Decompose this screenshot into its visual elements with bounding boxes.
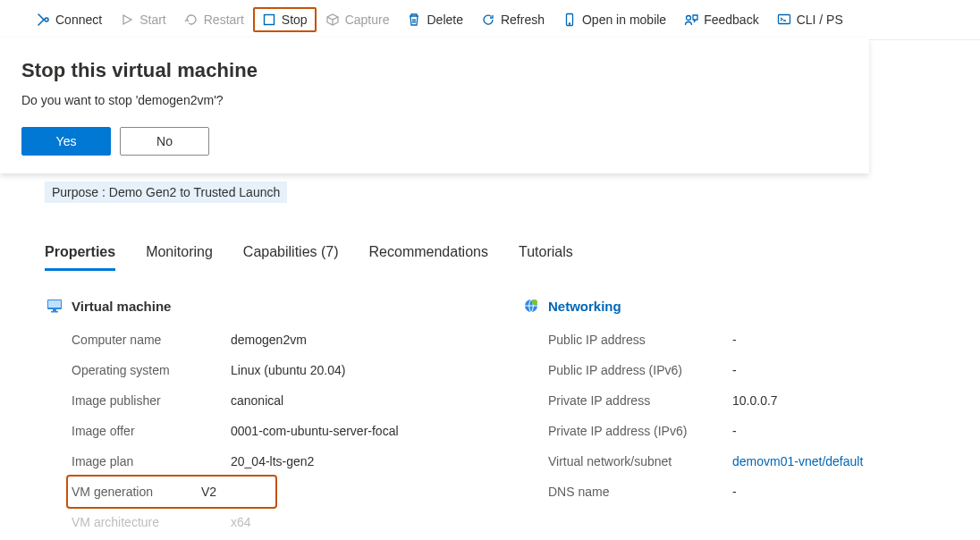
yes-button[interactable]: Yes [21, 127, 111, 156]
prop-row-computer-name: Computer name demogen2vm [72, 325, 468, 355]
prop-label: VM architecture [72, 515, 231, 529]
prop-value: - [732, 424, 737, 438]
prop-row-public-ip: Public IP address - [548, 325, 944, 355]
prop-value: Linux (ubuntu 20.04) [231, 363, 345, 377]
prop-value: demogen2vm [231, 333, 307, 347]
start-label: Start [139, 13, 166, 27]
dialog-message: Do you want to stop 'demogen2vm'? [21, 93, 848, 107]
svg-point-4 [687, 16, 691, 21]
prop-label: VM generation [72, 485, 201, 499]
prop-row-private-ip6: Private IP address (IPv6) - [548, 416, 944, 446]
prop-value: x64 [231, 515, 251, 529]
networking-rows: Public IP address - Public IP address (I… [521, 325, 944, 507]
tab-recommendations[interactable]: Recommendations [369, 237, 488, 271]
tab-capabilities[interactable]: Capabilities (7) [243, 237, 339, 271]
command-toolbar: Connect Start Restart Stop Capture Delet… [0, 0, 980, 40]
prop-label: Image offer [72, 424, 231, 438]
prop-value: 10.0.0.7 [732, 393, 778, 408]
prop-label: Private IP address (IPv6) [548, 424, 732, 438]
stop-vm-dialog: Stop this virtual machine Do you want to… [0, 38, 869, 173]
prop-value: V2 [201, 485, 216, 499]
svg-rect-1 [264, 15, 274, 25]
dialog-buttons: Yes No [21, 127, 848, 156]
vm-rows: Computer name demogen2vm Operating syste… [45, 325, 468, 537]
open-mobile-label: Open in mobile [582, 13, 666, 27]
tab-properties[interactable]: Properties [45, 237, 115, 271]
prop-row-dns-name: DNS name - [548, 477, 944, 507]
prop-row-offer: Image offer 0001-com-ubuntu-server-focal [72, 416, 468, 446]
mobile-icon [562, 13, 577, 27]
prop-value: - [732, 485, 737, 499]
prop-value: 0001-com-ubuntu-server-focal [231, 424, 399, 438]
cli-ps-label: CLI / PS [797, 13, 843, 27]
svg-rect-5 [778, 15, 790, 24]
prop-label: Private IP address [548, 393, 732, 408]
vm-icon [46, 298, 63, 314]
tab-monitoring[interactable]: Monitoring [146, 237, 213, 271]
feedback-label: Feedback [704, 13, 758, 27]
dialog-title: Stop this virtual machine [21, 59, 848, 82]
stop-button[interactable]: Stop [253, 7, 317, 32]
restart-icon [184, 13, 199, 27]
stop-label: Stop [282, 13, 308, 27]
cli-icon [777, 13, 791, 27]
svg-rect-9 [51, 311, 58, 313]
properties-columns: Virtual machine Computer name demogen2vm… [45, 298, 944, 537]
tag-purpose[interactable]: Purpose : Demo Gen2 to Trusted Launch [45, 181, 287, 203]
start-button: Start [111, 7, 175, 32]
restart-button: Restart [175, 7, 253, 32]
prop-value[interactable]: demovm01-vnet/default [732, 454, 863, 468]
capture-label: Capture [345, 13, 390, 27]
svg-rect-8 [53, 309, 56, 311]
vm-section-header: Virtual machine [46, 298, 468, 314]
prop-label: Virtual network/subnet [548, 454, 732, 468]
refresh-button[interactable]: Refresh [472, 7, 553, 32]
networking-section-title: Networking [548, 299, 621, 314]
tab-tutorials[interactable]: Tutorials [519, 237, 573, 271]
connect-icon [36, 13, 50, 27]
prop-row-vm-generation: VM generation V2 [68, 477, 275, 507]
start-icon [120, 13, 134, 27]
capture-button: Capture [317, 7, 399, 32]
restart-label: Restart [204, 13, 244, 27]
prop-row-plan: Image plan 20_04-lts-gen2 [72, 446, 468, 477]
prop-label: DNS name [548, 485, 732, 499]
prop-row-public-ip6: Public IP address (IPv6) - [548, 355, 944, 385]
prop-label: Image publisher [72, 393, 231, 408]
networking-section-header[interactable]: Networking [523, 298, 944, 314]
prop-row-publisher: Image publisher canonical [72, 385, 468, 416]
globe-icon [523, 298, 539, 314]
refresh-label: Refresh [501, 13, 545, 27]
prop-label: Image plan [72, 454, 231, 468]
prop-label: Operating system [72, 363, 231, 377]
svg-rect-7 [48, 300, 61, 308]
prop-row-vnet-subnet: Virtual network/subnet demovm01-vnet/def… [548, 446, 944, 477]
delete-button[interactable]: Delete [398, 7, 471, 32]
prop-row-os: Operating system Linux (ubuntu 20.04) [72, 355, 468, 385]
svg-point-3 [569, 23, 570, 24]
vm-column: Virtual machine Computer name demogen2vm… [45, 298, 468, 537]
prop-row-private-ip: Private IP address 10.0.0.7 [548, 385, 944, 416]
stop-icon [262, 13, 276, 27]
feedback-button[interactable]: Feedback [675, 7, 767, 32]
refresh-icon [481, 13, 495, 27]
prop-label: Public IP address (IPv6) [548, 363, 732, 377]
prop-value: - [732, 333, 737, 347]
delete-label: Delete [427, 13, 462, 27]
no-button[interactable]: No [120, 127, 209, 156]
prop-value: canonical [231, 393, 283, 408]
prop-label: Computer name [72, 333, 231, 347]
connect-button[interactable]: Connect [27, 7, 111, 32]
networking-column: Networking Public IP address - Public IP… [521, 298, 944, 537]
connect-label: Connect [55, 13, 102, 27]
feedback-icon [684, 13, 698, 27]
vm-section-title: Virtual machine [72, 299, 171, 314]
open-mobile-button[interactable]: Open in mobile [553, 7, 675, 32]
prop-row-vm-architecture: VM architecture x64 [72, 507, 468, 537]
svg-point-11 [532, 300, 537, 305]
cli-ps-button[interactable]: CLI / PS [768, 7, 852, 32]
prop-value: 20_04-lts-gen2 [231, 454, 314, 468]
delete-icon [407, 13, 421, 27]
tabs-bar: Properties Monitoring Capabilities (7) R… [45, 237, 944, 271]
prop-value: - [732, 363, 737, 377]
